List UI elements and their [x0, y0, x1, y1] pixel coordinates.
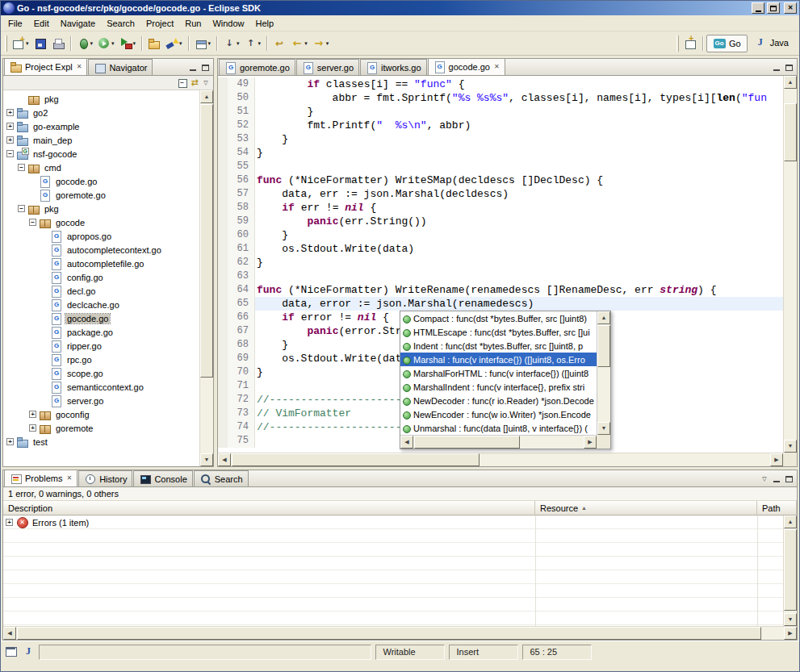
scrollbar-thumb[interactable]	[414, 436, 520, 449]
annotation-ruler[interactable]	[218, 269, 228, 283]
menu-item-file[interactable]: File	[2, 16, 28, 31]
maximize-view-button[interactable]	[784, 63, 794, 73]
annotation-ruler[interactable]	[218, 393, 228, 407]
annotation-ruler[interactable]	[218, 311, 228, 324]
dropdown-arrow-icon[interactable]: ▾	[208, 40, 212, 47]
new-wizard-button[interactable]: ▾	[10, 34, 31, 53]
expand-icon[interactable]: +	[29, 411, 36, 418]
problems-grid[interactable]: +Errors (1 item)	[3, 515, 783, 626]
minimize-view-button[interactable]	[772, 63, 781, 73]
tree-item-test[interactable]: +test	[3, 435, 199, 449]
back-button[interactable]: ▾	[288, 34, 310, 53]
tree-item-cmd[interactable]: −cmd	[3, 161, 199, 174]
minimize-view-button[interactable]	[188, 63, 198, 73]
scroll-left-icon[interactable]: ◀	[218, 453, 231, 466]
collapse-icon[interactable]: −	[29, 219, 36, 226]
annotation-ruler[interactable]	[218, 420, 228, 434]
scrollbar-thumb[interactable]	[784, 103, 797, 161]
line-number[interactable]: 61	[228, 242, 255, 256]
next-annotation-button[interactable]: ▾	[220, 34, 242, 53]
code-line[interactable]: 54}	[218, 146, 783, 160]
line-number[interactable]: 75	[228, 434, 255, 448]
column-header-description[interactable]: Description	[3, 501, 535, 515]
tree-item-pkg[interactable]: pkg	[3, 92, 199, 106]
line-number[interactable]: 64	[228, 283, 255, 297]
line-number[interactable]: 69	[228, 352, 255, 365]
line-number[interactable]: 59	[228, 215, 255, 228]
dropdown-arrow-icon[interactable]: ▾	[326, 40, 329, 47]
completion-item[interactable]: Marshal : func(v interface{}) ([]uint8, …	[400, 353, 597, 366]
completion-item[interactable]: HTMLEscape : func(dst *bytes.Buffer, src…	[400, 325, 597, 339]
line-number[interactable]: 62	[228, 256, 255, 269]
tree-item-apropos-go[interactable]: apropos.go	[3, 229, 199, 243]
close-icon[interactable]: ✕	[494, 64, 500, 70]
scrollbar-thumb[interactable]	[232, 453, 480, 466]
annotation-ruler[interactable]	[218, 297, 228, 311]
line-number[interactable]: 51	[228, 105, 255, 119]
new-go-element-button[interactable]	[145, 34, 163, 53]
perspective-go-button[interactable]: Go	[706, 35, 748, 52]
problems-vertical-scrollbar[interactable]: ▲ ▼	[783, 515, 797, 626]
line-number[interactable]: 60	[228, 228, 255, 242]
tree-item-gocode-go[interactable]: gocode.go	[3, 174, 199, 188]
popup-vertical-scrollbar[interactable]: ▲ ▼	[597, 311, 610, 435]
annotation-ruler[interactable]	[218, 365, 228, 379]
forward-button[interactable]: ▾	[310, 34, 332, 53]
tree-item-autocompletefile-go[interactable]: autocompletefile.go	[3, 257, 199, 270]
line-number[interactable]: 56	[228, 173, 255, 187]
tab-goremote-go[interactable]: goremote.go	[219, 59, 295, 75]
tree-item-semanticcontext-go[interactable]: semanticcontext.go	[3, 380, 199, 394]
debug-button[interactable]: ▾	[74, 34, 96, 53]
menu-item-help[interactable]: Help	[250, 16, 280, 31]
line-number[interactable]: 74	[228, 420, 255, 434]
annotation-ruler[interactable]	[218, 283, 228, 297]
annotation-ruler[interactable]	[218, 352, 228, 365]
annotation-ruler[interactable]	[218, 77, 228, 91]
tree-item-config-go[interactable]: config.go	[3, 270, 199, 284]
code-line[interactable]: 56func (*NiceFormatter) WriteSMap(declde…	[218, 173, 783, 187]
annotation-ruler[interactable]	[218, 160, 228, 173]
tab-itworks-go[interactable]: itworks.go	[360, 59, 427, 75]
line-number[interactable]: 54	[228, 146, 255, 160]
tree-item-rpc-go[interactable]: rpc.go	[3, 353, 199, 366]
toolbar-grip[interactable]	[676, 35, 679, 52]
tree-item-goremote-go[interactable]: goremote.go	[3, 188, 199, 202]
code-line[interactable]: 57 data, err := json.Marshal(decldescs)	[218, 187, 783, 201]
collapse-icon[interactable]: −	[18, 205, 25, 212]
annotation-ruler[interactable]	[218, 256, 228, 269]
editor-horizontal-scrollbar[interactable]: ◀ ▶	[218, 453, 783, 466]
annotation-ruler[interactable]	[218, 105, 228, 119]
completion-item[interactable]: MarshalIndent : func(v interface{}, pref…	[400, 380, 597, 394]
minimize-view-button[interactable]	[772, 474, 781, 484]
scroll-down-icon[interactable]: ▼	[784, 440, 797, 453]
menu-item-navigate[interactable]: Navigate	[55, 16, 101, 31]
scroll-down-icon[interactable]: ▼	[597, 422, 610, 435]
save-button[interactable]	[31, 34, 49, 53]
open-type-button[interactable]: ▾	[192, 34, 214, 53]
maximize-view-button[interactable]	[784, 474, 794, 484]
completion-item[interactable]: NewEncoder : func(w io.Writer) *json.Enc…	[400, 407, 597, 421]
tab-problems[interactable]: Problems✕	[4, 470, 77, 486]
menu-item-search[interactable]: Search	[101, 16, 140, 31]
scroll-up-icon[interactable]: ▲	[200, 90, 213, 103]
line-number[interactable]: 52	[228, 119, 255, 132]
code-line[interactable]: 52 fmt.Printf(" %s\n", abbr)	[218, 119, 783, 132]
completion-item[interactable]: NewDecoder : func(r io.Reader) *json.Dec…	[400, 394, 597, 407]
collapse-icon[interactable]: −	[6, 150, 14, 157]
tab-server-go[interactable]: server.go	[296, 59, 359, 75]
code-line[interactable]: 62}	[218, 256, 783, 269]
tree-item-package-go[interactable]: package.go	[3, 325, 199, 339]
dropdown-arrow-icon[interactable]: ▾	[304, 40, 308, 47]
fast-view-icon[interactable]	[5, 645, 18, 657]
view-menu-button[interactable]	[760, 474, 769, 484]
scrollbar-track[interactable]	[784, 89, 797, 440]
collapse-all-button[interactable]	[178, 78, 188, 88]
scrollbar-track[interactable]	[413, 436, 584, 449]
annotation-ruler[interactable]	[218, 146, 228, 160]
editor-content[interactable]: 49 if classes[i] == "func" {50 abbr = fm…	[218, 76, 797, 466]
view-menu-button[interactable]	[201, 78, 211, 88]
annotation-ruler[interactable]	[218, 324, 228, 338]
scroll-down-icon[interactable]: ▼	[784, 613, 797, 626]
open-perspective-button[interactable]	[681, 34, 699, 53]
code-line[interactable]: 49 if classes[i] == "func" {	[218, 77, 783, 91]
